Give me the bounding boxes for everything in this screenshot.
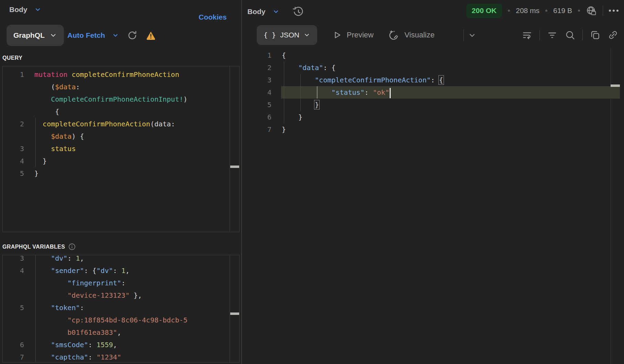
code-line[interactable]: "captcha": "1234" (34, 351, 239, 363)
globe-lock-icon[interactable] (586, 5, 597, 16)
warning-icon[interactable] (146, 30, 156, 41)
query-editor[interactable]: 1mutation completeConfirmPhoneAction ($d… (2, 66, 239, 232)
visualize-chevron-button[interactable] (468, 31, 476, 39)
format-label: JSON (280, 31, 299, 39)
request-panel: Body Cookies GraphQL Auto Fetch (0, 0, 241, 364)
code-line[interactable]: "token": (34, 302, 239, 314)
line-number: 7 (3, 351, 34, 363)
request-body-tab-label: Body (9, 5, 27, 14)
line-number (3, 93, 34, 105)
vertical-divider (582, 30, 583, 40)
code-row: 6 "smsCode": 1559, (3, 339, 239, 351)
query-section-header: QUERY (2, 55, 22, 61)
variables-section-header: GRAPHQL VARIABLES (2, 244, 65, 250)
code-line[interactable]: } (282, 123, 620, 136)
code-line[interactable]: b01f61ea383", (34, 326, 239, 339)
chevron-down-icon[interactable] (112, 32, 119, 39)
line-number: 1 (242, 49, 271, 61)
history-icon[interactable] (292, 5, 304, 18)
code-line[interactable]: "dv": 1, (34, 255, 239, 264)
api-client-window: { "header_left": { "tab": "Body", "cooki… (0, 0, 624, 364)
code-line[interactable]: "completeConfirmPhoneAction": { (282, 74, 620, 86)
play-icon (332, 30, 342, 40)
response-scrollbar-thumb[interactable] (611, 84, 620, 87)
code-line[interactable]: } (34, 167, 239, 180)
line-number (3, 105, 34, 118)
response-body-dropdown[interactable]: Body (247, 5, 304, 18)
code-row: 6 } (242, 111, 620, 123)
copy-icon[interactable] (590, 30, 601, 41)
code-row: 2 "data": { (242, 61, 620, 74)
line-number: 4 (3, 264, 34, 277)
code-line[interactable]: completeConfirmPhoneAction(data: (34, 118, 239, 130)
line-number (3, 314, 34, 326)
code-row: ($data: (3, 81, 239, 93)
code-line[interactable]: status (34, 143, 239, 155)
line-number (3, 277, 34, 289)
line-number: 4 (242, 86, 271, 99)
filter-icon[interactable] (547, 30, 558, 41)
visualize-label: Visualize (404, 31, 435, 39)
variables-editor[interactable]: 3 "dv": 1,4 "sender": {"dv": 1, "fingerp… (2, 255, 239, 363)
code-row: 1{ (242, 49, 620, 61)
variables-scrollbar-thumb[interactable] (230, 312, 239, 315)
code-row: 4 } (3, 155, 239, 167)
code-row: "cp:18f854bd-8c06-4c98-bdcb-5 (3, 314, 239, 326)
preview-label: Preview (347, 31, 374, 39)
code-line[interactable]: $data) { (34, 130, 239, 143)
info-icon[interactable] (68, 243, 76, 251)
response-format-dropdown[interactable]: { } JSON (257, 25, 317, 45)
code-line[interactable]: "device-123123" }, (34, 289, 239, 302)
vertical-divider (539, 30, 540, 40)
word-wrap-icon[interactable] (522, 30, 533, 41)
code-row: 3 status (3, 143, 239, 155)
response-body-tab-label: Body (247, 8, 266, 16)
cookies-link[interactable]: Cookies (199, 13, 227, 21)
line-number (3, 81, 34, 93)
code-line[interactable]: } (282, 99, 620, 111)
query-scrollbar-thumb[interactable] (230, 166, 239, 168)
code-line[interactable]: { (34, 105, 239, 118)
code-line[interactable]: "status": "ok" (282, 86, 620, 99)
code-line[interactable]: "smsCode": 1559, (34, 339, 239, 351)
code-line[interactable]: "cp:18f854bd-8c06-4c98-bdcb-5 (34, 314, 239, 326)
vertical-divider (464, 30, 464, 41)
code-line[interactable]: "fingerprint": (34, 277, 239, 289)
code-line[interactable]: mutation completeConfirmPhoneAction (34, 68, 239, 81)
code-row: $data) { (3, 130, 239, 143)
link-icon[interactable] (608, 30, 619, 41)
code-row: 3 "completeConfirmPhoneAction": { (242, 74, 620, 86)
code-row: "fingerprint": (3, 277, 239, 289)
code-line[interactable]: } (34, 155, 239, 167)
code-line[interactable]: ($data: (34, 81, 239, 93)
separator-dot (545, 10, 547, 12)
more-options-button[interactable] (609, 10, 619, 12)
visualize-button[interactable]: Visualize (388, 25, 435, 45)
refresh-icon[interactable] (127, 30, 137, 41)
body-type-label: GraphQL (13, 31, 45, 39)
code-line[interactable]: "data": { (282, 61, 620, 74)
line-number (3, 326, 34, 339)
chevron-down-icon (272, 8, 279, 15)
code-row: "device-123123" }, (3, 289, 239, 302)
line-number: 5 (3, 302, 34, 314)
code-line[interactable]: "sender": {"dv": 1, (34, 264, 239, 277)
code-line[interactable]: CompleteConfirmPhoneActionInput!) (34, 93, 239, 105)
response-body-editor[interactable]: 1{2 "data": {3 "completeConfirmPhoneActi… (242, 49, 620, 136)
auto-fetch-dropdown[interactable]: Auto Fetch (67, 31, 105, 39)
code-line[interactable]: } (282, 111, 620, 123)
code-row: 4 "status": "ok" (242, 86, 620, 99)
code-row: { (3, 105, 239, 118)
chevron-down-icon (303, 32, 310, 38)
search-icon[interactable] (565, 30, 576, 41)
code-row: 7} (242, 123, 620, 136)
response-status-row: 200 OK 208 ms 619 B (466, 3, 619, 18)
editor-scrollbar-track (230, 255, 230, 362)
preview-button[interactable]: Preview (332, 25, 374, 45)
request-body-dropdown[interactable]: Body (9, 5, 41, 14)
vertical-divider (603, 5, 603, 16)
code-line[interactable]: { (282, 49, 620, 61)
line-number: 3 (3, 255, 34, 264)
body-type-button[interactable]: GraphQL (7, 25, 64, 46)
line-number (3, 130, 34, 143)
